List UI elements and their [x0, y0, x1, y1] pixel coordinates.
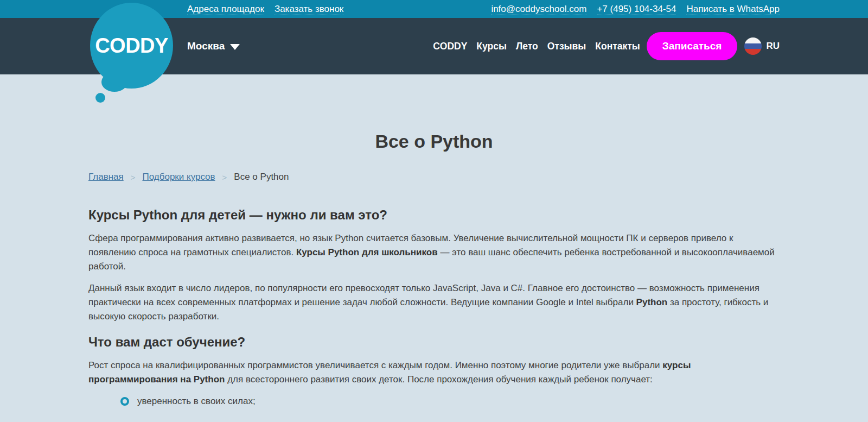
paragraph-intro: Сфера программирования активно развивает…: [88, 231, 780, 274]
topbar-left-links: Адреса площадок Заказать звонок: [187, 3, 343, 15]
logo-text: CODDY: [95, 34, 168, 58]
phone-link[interactable]: +7 (495) 104-34-54: [597, 3, 676, 15]
page-title: Все о Python: [88, 131, 780, 152]
paragraph-language-bold: Python: [636, 297, 668, 307]
header-inner: Москва CODDY Курсы Лето Отзывы Контакты …: [88, 18, 780, 74]
city-label: Москва: [187, 40, 225, 52]
order-call-link[interactable]: Заказать звонок: [275, 3, 343, 15]
topbar-right-links: info@coddyschool.com +7 (495) 104-34-54 …: [491, 3, 780, 15]
breadcrumb-separator-icon: >: [222, 173, 227, 182]
breadcrumb-collections-link[interactable]: Подборки курсов: [142, 172, 215, 182]
breadcrumb-home-link[interactable]: Главная: [88, 172, 124, 182]
nav-item-coddy[interactable]: CODDY: [433, 41, 467, 52]
chevron-down-icon: [230, 44, 240, 50]
breadcrumb: Главная > Подборки курсов > Все о Python: [88, 172, 780, 182]
nav-item-summer[interactable]: Лето: [516, 41, 538, 52]
benefits-list: уверенность в своих силах;: [88, 394, 780, 408]
nav-item-courses[interactable]: Курсы: [476, 41, 507, 52]
breadcrumb-current: Все о Python: [234, 172, 289, 182]
main-nav: CODDY Курсы Лето Отзывы Контакты: [433, 41, 640, 52]
breadcrumb-separator-icon: >: [131, 173, 136, 182]
language-label: RU: [766, 41, 780, 52]
section-heading-need: Курсы Python для детей — нужно ли вам эт…: [88, 207, 780, 223]
coddy-logo[interactable]: CODDY: [0, 0, 179, 109]
language-switcher[interactable]: RU: [744, 37, 780, 55]
paragraph-language: Данный язык входит в число лидеров, по п…: [88, 281, 780, 324]
logo-bubble: CODDY: [90, 3, 173, 89]
list-item: уверенность в своих силах;: [120, 394, 780, 408]
russia-flag-icon: [744, 37, 762, 55]
addresses-link[interactable]: Адреса площадок: [187, 3, 264, 15]
logo-bubble-dot: [95, 93, 105, 103]
list-item-text: уверенность в своих силах;: [137, 396, 256, 406]
paragraph-benefits-tail: для всестороннего развития своих деток. …: [225, 374, 652, 385]
city-selector[interactable]: Москва: [187, 40, 240, 52]
paragraph-benefits: Рост спроса на квалифицированных програм…: [88, 358, 780, 387]
enroll-button[interactable]: Записаться: [647, 32, 738, 60]
whatsapp-link[interactable]: Написать в WhatsApp: [686, 3, 780, 15]
nav-item-reviews[interactable]: Отзывы: [547, 41, 586, 52]
paragraph-intro-bold: Курсы Python для школьников: [296, 247, 438, 257]
article: Курсы Python для детей — нужно ли вам эт…: [88, 207, 780, 408]
nav-item-contacts[interactable]: Контакты: [595, 41, 640, 52]
main-content: Все о Python Главная > Подборки курсов >…: [88, 131, 780, 408]
email-link[interactable]: info@coddyschool.com: [491, 3, 586, 15]
bullet-circle-icon: [120, 397, 129, 406]
paragraph-benefits-text: Рост спроса на квалифицированных програм…: [88, 360, 662, 370]
topbar-inner: Адреса площадок Заказать звонок info@cod…: [88, 0, 780, 18]
section-heading-benefits: Что вам даст обучение?: [88, 335, 780, 350]
